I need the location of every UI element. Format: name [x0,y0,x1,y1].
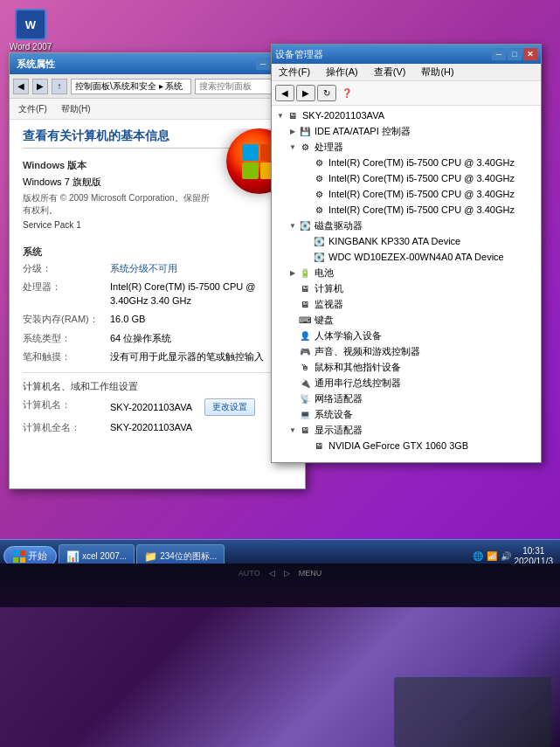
tree-hid[interactable]: ▶ 👤 人体学输入设备 [273,328,539,343]
devmgr-window: 设备管理器 ─ □ ✕ 文件(F) 操作(A) 查看(V) 帮助(H) ◀ ▶ … [271,44,542,463]
proc-icon: ⚙ [298,140,312,154]
computer-name-value: SKY-20201103AVA [110,401,192,414]
devmgr-maximize-button[interactable]: □ [508,48,522,60]
devmgr-minimize-button[interactable]: ─ [492,48,506,60]
search-input[interactable] [195,79,282,94]
tree-mouse[interactable]: ▶ 🖱 鼠标和其他指针设备 [273,359,539,375]
volume-icon[interactable]: 🔊 [501,551,511,561]
svg-rect-2 [13,550,18,556]
tree-computer[interactable]: ▶ 🖥 计算机 [273,280,539,296]
devmgr-forward-button[interactable]: ▶ [296,85,315,101]
cpu2-icon: ⚙ [312,171,326,185]
processor-value: Intel(R) Core(TM) i5-7500 CPU @ 3.40GHz … [110,280,292,308]
tree-disk[interactable]: ▼ 💽 磁盘驱动器 [273,218,539,233]
toolbar-menu-help[interactable]: 帮助(H) [56,101,96,117]
devmgr-title: 设备管理器 [275,48,323,61]
tree-sysdev[interactable]: ▶ 💻 系统设备 [273,406,539,422]
address-input[interactable] [71,79,191,94]
devmgr-tree: ▼ 🖥 SKY-20201103AVA ▶ 💾 IDE ATA/ATAPI 控制… [272,106,541,462]
display-label: 显示适配器 [315,424,363,437]
devmgr-close-button[interactable]: ✕ [523,48,537,60]
tree-display[interactable]: ▼ 🖥 显示适配器 [273,422,539,438]
disk-arrow: ▼ [287,220,298,231]
desktop-icon-word[interactable]: W Word 2007 [4,9,57,52]
clock-time: 10:31 [522,546,544,557]
task-excel-icon: 📊 [66,550,80,563]
tree-cpu2[interactable]: ▶ ⚙ Intel(R) Core(TM) i5-7500 CPU @ 3.40… [273,170,539,186]
os-type-row: 系统类型： 64 位操作系统 [23,332,292,345]
tree-cpu3[interactable]: ▶ ⚙ Intel(R) Core(TM) i5-7500 CPU @ 3.40… [273,186,539,202]
table-surface [0,607,560,747]
ram-value: 16.0 GB [110,313,292,326]
tree-disk1[interactable]: ▶ 💽 KINGBANK KP330 ATA Device [273,233,539,249]
os-type-label: 系统类型： [23,332,110,345]
devmgr-menu-file[interactable]: 文件(F) [275,64,314,80]
tree-ide[interactable]: ▶ 💾 IDE ATA/ATAPI 控制器 [273,123,539,139]
disk2-label: WDC WD10EZEX-00WN4A0 ATA Device [328,252,504,262]
change-settings-button[interactable]: 更改设置 [204,398,255,416]
sysinfo-toolbar: 文件(F) 帮助(H) ❓ [10,99,305,120]
monitor-icon: 🖥 [298,297,312,311]
windows-start-icon [13,550,25,563]
devmgr-menu-view[interactable]: 查看(V) [370,64,410,80]
forward-button[interactable]: ▶ [32,79,48,94]
devmgr-menu-help[interactable]: 帮助(H) [418,64,457,80]
svg-rect-5 [20,557,25,563]
cpu4-label: Intel(R) Core(TM) i5-7500 CPU @ 3.40GHz [328,204,515,215]
ie-icon[interactable]: 🌐 [473,551,483,561]
devmgr-menu-action[interactable]: 操作(A) [322,64,362,80]
hid-icon: 👤 [298,329,312,342]
ide-icon: 💾 [298,124,312,138]
usb-label: 通用串行总线控制器 [315,377,401,390]
computer-name-label: 计算机名： [23,398,110,416]
audio-label: 声音、视频和游戏控制器 [315,345,420,358]
word-icon: W [15,9,46,40]
logo-q1 [242,144,259,161]
monitor-bezel: AUTO ◁ ▷ MENU [0,564,560,747]
monitor-controls: AUTO ◁ ▷ MENU [0,564,560,583]
sysinfo-content: 查看有关计算机的基本信息 Windows 版本 Windows 7 旗舰版 版权… [10,120,305,488]
toolbar-menu-file[interactable]: 文件(F) [13,101,52,117]
devmgr-back-button[interactable]: ◀ [275,85,294,101]
processor-label: 处理器： [23,280,110,308]
desktop: W Word 2007 ▶ 爱奇艺 系统属性 ─ □ ✕ ◀ ▶ [0,0,560,747]
rating-label: 分级： [23,262,110,275]
back-button[interactable]: ◀ [13,79,29,94]
tree-usb[interactable]: ▶ 🔌 通用串行总线控制器 [273,375,539,391]
tree-monitor[interactable]: ▶ 🖥 监视器 [273,296,539,312]
svg-rect-4 [13,557,18,563]
computer-section: 计算机名、域和工作组设置 计算机名： SKY-20201103AVA 更改设置 … [23,372,292,434]
monitor-ctrl1: ◁ [269,569,275,578]
tree-network[interactable]: ▶ 📡 网络适配器 [273,391,539,406]
devmgr-refresh-button[interactable]: ↻ [317,85,336,101]
tree-root[interactable]: ▼ 🖥 SKY-20201103AVA [273,107,539,123]
devmgr-help-icon[interactable]: ❓ [338,88,352,98]
computer-fullname-value: SKY-20201103AVA [110,421,292,434]
up-button[interactable]: ↑ [52,79,67,94]
devmgr-toolbar: ◀ ▶ ↻ ❓ [272,81,541,106]
tree-audio[interactable]: ▶ 🎮 声音、视频和游戏控制器 [273,343,539,359]
root-label: SKY-20201103AVA [302,110,384,121]
root-icon: 🖥 [286,108,300,122]
task2-icon: 📁 [144,550,157,563]
tree-cpu1[interactable]: ▶ ⚙ Intel(R) Core(TM) i5-7500 CPU @ 3.40… [273,155,539,170]
tree-gpu[interactable]: ▶ 🖥 NVIDIA GeForce GTX 1060 3GB [273,438,539,453]
computer-icon: 🖥 [298,281,312,295]
tree-cpu4[interactable]: ▶ ⚙ Intel(R) Core(TM) i5-7500 CPU @ 3.40… [273,202,539,218]
computer-label: 计算机 [315,282,343,295]
tree-disk2[interactable]: ▶ 💽 WDC WD10EZEX-00WN4A0 ATA Device [273,249,539,265]
start-label: 开始 [28,550,47,563]
audio-icon: 🎮 [298,344,312,358]
devmgr-menubar: 文件(F) 操作(A) 查看(V) 帮助(H) [272,64,541,81]
network-tray-icon[interactable]: 📶 [487,551,497,561]
rating-row: 分级： 系统分级不可用 [23,262,292,275]
devmgr-window-controls: ─ □ ✕ [492,48,537,60]
battery-arrow: ▶ [287,267,298,278]
windows-copyright: 版权所有 © 2009 Microsoft Corporation。保留所有权利… [23,192,292,217]
tree-processor[interactable]: ▼ ⚙ 处理器 [273,139,539,155]
tree-keyboard[interactable]: ▶ ⌨ 键盘 [273,312,539,328]
tree-battery[interactable]: ▶ 🔋 电池 [273,265,539,280]
computer-name-row: 计算机名： SKY-20201103AVA 更改设置 [23,398,292,416]
minimize-button[interactable]: ─ [256,58,270,70]
disk-icon: 💽 [298,218,312,232]
